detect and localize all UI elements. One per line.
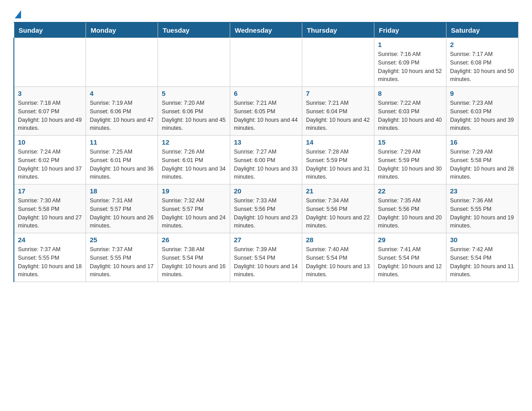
day-number: 5 <box>162 90 226 97</box>
calendar-cell: 20Sunrise: 7:33 AMSunset: 5:56 PMDayligh… <box>230 184 302 233</box>
day-number: 4 <box>90 90 154 97</box>
day-info: Sunrise: 7:23 AMSunset: 6:03 PMDaylight:… <box>450 99 515 133</box>
day-info: Sunrise: 7:37 AMSunset: 5:55 PMDaylight:… <box>18 245 82 279</box>
calendar-cell: 22Sunrise: 7:35 AMSunset: 5:56 PMDayligh… <box>374 184 446 233</box>
day-number: 11 <box>90 138 154 146</box>
calendar-cell <box>86 38 158 87</box>
day-number: 13 <box>234 138 298 146</box>
calendar-cell <box>14 38 86 87</box>
day-number: 27 <box>234 236 298 244</box>
day-info: Sunrise: 7:25 AMSunset: 6:01 PMDaylight:… <box>90 148 154 181</box>
calendar-cell: 7Sunrise: 7:21 AMSunset: 6:04 PMDaylight… <box>302 87 374 136</box>
day-number: 21 <box>306 187 370 195</box>
day-number: 1 <box>378 41 442 48</box>
col-header-thursday: Thursday <box>302 22 374 38</box>
calendar-cell: 6Sunrise: 7:21 AMSunset: 6:05 PMDaylight… <box>230 87 302 136</box>
day-info: Sunrise: 7:28 AMSunset: 5:59 PMDaylight:… <box>306 148 370 181</box>
calendar-week-3: 10Sunrise: 7:24 AMSunset: 6:02 PMDayligh… <box>14 136 519 184</box>
calendar-cell: 29Sunrise: 7:41 AMSunset: 5:54 PMDayligh… <box>374 233 446 282</box>
day-number: 9 <box>450 90 515 97</box>
calendar-cell: 25Sunrise: 7:37 AMSunset: 5:55 PMDayligh… <box>86 233 158 282</box>
day-number: 28 <box>306 236 370 244</box>
day-number: 23 <box>450 187 515 195</box>
calendar-cell <box>302 38 374 87</box>
day-info: Sunrise: 7:30 AMSunset: 5:58 PMDaylight:… <box>18 197 82 230</box>
day-number: 15 <box>378 138 442 146</box>
calendar-week-4: 17Sunrise: 7:30 AMSunset: 5:58 PMDayligh… <box>14 184 519 233</box>
day-info: Sunrise: 7:24 AMSunset: 6:02 PMDaylight:… <box>18 148 82 181</box>
day-info: Sunrise: 7:36 AMSunset: 5:55 PMDaylight:… <box>450 197 515 230</box>
col-header-saturday: Saturday <box>446 22 519 38</box>
day-number: 7 <box>306 90 370 97</box>
calendar-cell: 16Sunrise: 7:29 AMSunset: 5:58 PMDayligh… <box>446 136 519 184</box>
day-number: 18 <box>90 187 154 195</box>
day-number: 24 <box>18 236 82 244</box>
logo <box>13 9 21 17</box>
calendar-week-5: 24Sunrise: 7:37 AMSunset: 5:55 PMDayligh… <box>14 233 519 282</box>
day-info: Sunrise: 7:17 AMSunset: 6:08 PMDaylight:… <box>450 50 515 84</box>
calendar-cell: 18Sunrise: 7:31 AMSunset: 5:57 PMDayligh… <box>86 184 158 233</box>
calendar-cell: 27Sunrise: 7:39 AMSunset: 5:54 PMDayligh… <box>230 233 302 282</box>
day-number: 17 <box>18 187 82 195</box>
calendar-cell <box>158 38 230 87</box>
calendar-cell: 26Sunrise: 7:38 AMSunset: 5:54 PMDayligh… <box>158 233 230 282</box>
day-info: Sunrise: 7:21 AMSunset: 6:05 PMDaylight:… <box>234 99 298 133</box>
day-number: 8 <box>378 90 442 97</box>
col-header-sunday: Sunday <box>14 22 86 38</box>
calendar-cell: 3Sunrise: 7:18 AMSunset: 6:07 PMDaylight… <box>14 87 86 136</box>
calendar-week-1: 1Sunrise: 7:16 AMSunset: 6:09 PMDaylight… <box>14 38 519 87</box>
calendar-header-row: SundayMondayTuesdayWednesdayThursdayFrid… <box>14 22 519 38</box>
calendar-cell: 17Sunrise: 7:30 AMSunset: 5:58 PMDayligh… <box>14 184 86 233</box>
day-info: Sunrise: 7:39 AMSunset: 5:54 PMDaylight:… <box>234 245 298 279</box>
calendar-cell: 11Sunrise: 7:25 AMSunset: 6:01 PMDayligh… <box>86 136 158 184</box>
calendar-cell: 24Sunrise: 7:37 AMSunset: 5:55 PMDayligh… <box>14 233 86 282</box>
calendar-week-2: 3Sunrise: 7:18 AMSunset: 6:07 PMDaylight… <box>14 87 519 136</box>
day-info: Sunrise: 7:26 AMSunset: 6:01 PMDaylight:… <box>162 148 226 181</box>
day-info: Sunrise: 7:29 AMSunset: 5:58 PMDaylight:… <box>450 148 515 181</box>
col-header-tuesday: Tuesday <box>158 22 230 38</box>
day-info: Sunrise: 7:16 AMSunset: 6:09 PMDaylight:… <box>378 50 442 84</box>
calendar-cell: 28Sunrise: 7:40 AMSunset: 5:54 PMDayligh… <box>302 233 374 282</box>
calendar-cell: 30Sunrise: 7:42 AMSunset: 5:54 PMDayligh… <box>446 233 519 282</box>
day-number: 29 <box>378 236 442 244</box>
calendar-cell: 10Sunrise: 7:24 AMSunset: 6:02 PMDayligh… <box>14 136 86 184</box>
day-number: 3 <box>18 90 82 97</box>
calendar-cell: 23Sunrise: 7:36 AMSunset: 5:55 PMDayligh… <box>446 184 519 233</box>
calendar-cell: 2Sunrise: 7:17 AMSunset: 6:08 PMDaylight… <box>446 38 519 87</box>
day-number: 19 <box>162 187 226 195</box>
day-number: 2 <box>450 41 515 48</box>
day-number: 22 <box>378 187 442 195</box>
day-number: 25 <box>90 236 154 244</box>
day-number: 6 <box>234 90 298 97</box>
day-number: 26 <box>162 236 226 244</box>
day-info: Sunrise: 7:37 AMSunset: 5:55 PMDaylight:… <box>90 245 154 279</box>
day-info: Sunrise: 7:21 AMSunset: 6:04 PMDaylight:… <box>306 99 370 133</box>
calendar-cell: 8Sunrise: 7:22 AMSunset: 6:03 PMDaylight… <box>374 87 446 136</box>
page-header <box>13 9 519 17</box>
day-info: Sunrise: 7:32 AMSunset: 5:57 PMDaylight:… <box>162 197 226 230</box>
calendar-table: SundayMondayTuesdayWednesdayThursdayFrid… <box>13 22 519 282</box>
day-info: Sunrise: 7:20 AMSunset: 6:06 PMDaylight:… <box>162 99 226 133</box>
calendar-cell: 12Sunrise: 7:26 AMSunset: 6:01 PMDayligh… <box>158 136 230 184</box>
calendar-cell: 21Sunrise: 7:34 AMSunset: 5:56 PMDayligh… <box>302 184 374 233</box>
calendar-cell: 19Sunrise: 7:32 AMSunset: 5:57 PMDayligh… <box>158 184 230 233</box>
calendar-cell: 9Sunrise: 7:23 AMSunset: 6:03 PMDaylight… <box>446 87 519 136</box>
col-header-friday: Friday <box>374 22 446 38</box>
day-number: 12 <box>162 138 226 146</box>
day-number: 14 <box>306 138 370 146</box>
day-info: Sunrise: 7:40 AMSunset: 5:54 PMDaylight:… <box>306 245 370 279</box>
day-info: Sunrise: 7:34 AMSunset: 5:56 PMDaylight:… <box>306 197 370 230</box>
calendar-cell: 15Sunrise: 7:29 AMSunset: 5:59 PMDayligh… <box>374 136 446 184</box>
day-number: 20 <box>234 187 298 195</box>
day-number: 10 <box>18 138 82 146</box>
day-info: Sunrise: 7:35 AMSunset: 5:56 PMDaylight:… <box>378 197 442 230</box>
calendar-cell: 4Sunrise: 7:19 AMSunset: 6:06 PMDaylight… <box>86 87 158 136</box>
day-info: Sunrise: 7:19 AMSunset: 6:06 PMDaylight:… <box>90 99 154 133</box>
day-info: Sunrise: 7:29 AMSunset: 5:59 PMDaylight:… <box>378 148 442 181</box>
calendar-cell <box>230 38 302 87</box>
day-info: Sunrise: 7:22 AMSunset: 6:03 PMDaylight:… <box>378 99 442 133</box>
calendar-cell: 13Sunrise: 7:27 AMSunset: 6:00 PMDayligh… <box>230 136 302 184</box>
day-info: Sunrise: 7:38 AMSunset: 5:54 PMDaylight:… <box>162 245 226 279</box>
calendar-cell: 5Sunrise: 7:20 AMSunset: 6:06 PMDaylight… <box>158 87 230 136</box>
day-info: Sunrise: 7:18 AMSunset: 6:07 PMDaylight:… <box>18 99 82 133</box>
